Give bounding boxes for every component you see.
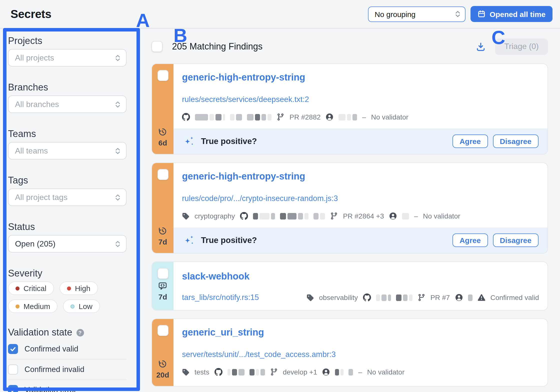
redacted-text xyxy=(402,213,409,219)
finding-content: slack-webhooktars_lib/src/notify.rs:15ob… xyxy=(174,262,548,310)
meta-text: – xyxy=(414,212,418,220)
agree-button[interactable]: Agree xyxy=(452,134,488,148)
severity-dot xyxy=(67,286,71,290)
severity-chip-high[interactable]: High xyxy=(60,282,98,295)
redacted-text xyxy=(314,213,325,219)
triage-button[interactable]: Triage (0) xyxy=(495,38,548,55)
redacted-text xyxy=(376,294,391,301)
finding-title-link[interactable]: slack-webhook xyxy=(182,271,250,282)
tags-select[interactable]: All project tags xyxy=(8,188,126,206)
github-icon xyxy=(214,368,222,376)
finding-title-link[interactable]: generic-high-entropy-string xyxy=(182,72,305,83)
teams-label: Teams xyxy=(8,128,126,140)
severity-chip-label: Medium xyxy=(24,302,50,310)
redacted-text xyxy=(396,294,412,301)
finding-checkbox[interactable] xyxy=(157,268,168,279)
finding-path-link[interactable]: rules/secrets/services/deepseek.txt:2 xyxy=(182,95,309,104)
redacted-text xyxy=(339,114,357,120)
severity-label: Severity xyxy=(8,268,126,279)
finding-content: generic-high-entropy-stringrules/secrets… xyxy=(174,64,548,154)
disagree-button[interactable]: Disagree xyxy=(493,234,538,247)
findings-main: 205 Matching Findings Triage (0) 6dgener… xyxy=(152,28,548,392)
finding-card: 7dgeneric-high-entropy-stringrules/code/… xyxy=(152,162,548,254)
download-icon xyxy=(476,41,486,52)
severity-stripe: 20d xyxy=(152,319,174,386)
validation-checkbox-1[interactable] xyxy=(8,344,18,354)
true-positive-question: True positive? xyxy=(201,236,257,245)
redacted-text xyxy=(280,213,308,219)
redacted-text xyxy=(230,114,242,120)
filter-tags: Tags All project tags xyxy=(8,175,126,206)
tag-icon xyxy=(306,294,314,301)
redacted-text xyxy=(253,213,275,219)
severity-chip-medium[interactable]: Medium xyxy=(8,300,58,313)
teams-select[interactable]: All teams xyxy=(8,142,126,160)
true-positive-prompt-bar: True positive?AgreeDisagree xyxy=(174,128,548,154)
severity-chip-low[interactable]: Low xyxy=(63,300,100,313)
finding-checkbox[interactable] xyxy=(157,70,168,81)
finding-checkbox[interactable] xyxy=(157,169,168,180)
severity-dot xyxy=(16,304,20,308)
meta-text: develop +1 xyxy=(283,368,317,376)
divider xyxy=(8,380,126,380)
finding-age: 7d xyxy=(158,282,168,301)
tags-label: Tags xyxy=(8,175,126,186)
meta-text: PR #7 xyxy=(430,294,450,302)
finding-path-link[interactable]: server/tests/unit/.../test_code_access.a… xyxy=(182,350,336,359)
meta-text: – xyxy=(358,368,362,376)
severity-dot xyxy=(71,304,75,308)
severity-chips-row1: CriticalHigh xyxy=(8,282,126,295)
branches-select[interactable]: All branches xyxy=(8,96,126,113)
warning-icon xyxy=(477,294,485,302)
finding-path-link[interactable]: tars_lib/src/notify.rs:15 xyxy=(182,293,259,302)
filters-sidebar: Projects All projects Branches All branc… xyxy=(8,36,126,392)
meta-text: PR #2882 xyxy=(290,113,321,121)
status-select[interactable]: Open (205) xyxy=(8,235,126,252)
page-title: Secrets xyxy=(10,7,51,21)
tag-icon xyxy=(182,368,190,376)
export-download-button[interactable] xyxy=(474,40,487,53)
meta-text: No validator xyxy=(423,212,460,220)
git-branch-icon xyxy=(418,294,426,302)
severity-chip-label: Low xyxy=(79,302,92,310)
finding-meta-row: observabilityPR #7Confirmed valid xyxy=(306,294,539,302)
help-icon[interactable]: ? xyxy=(76,329,84,336)
grouping-select[interactable]: No grouping xyxy=(368,6,466,22)
severity-stripe: 7d xyxy=(152,262,174,310)
finding-age-label: 6d xyxy=(158,138,167,147)
validation-option-label: Confirmed valid xyxy=(24,344,78,354)
github-icon xyxy=(240,212,248,220)
status-select-value: Open (205) xyxy=(15,239,115,248)
check-icon xyxy=(10,386,16,392)
finding-meta-row: PR #2882–No validator xyxy=(182,113,548,121)
findings-list: 6dgeneric-high-entropy-stringrules/secre… xyxy=(152,64,548,386)
check-icon xyxy=(10,346,16,352)
meta-text: cryptography xyxy=(194,212,235,220)
projects-label: Projects xyxy=(8,36,126,46)
projects-select[interactable]: All projects xyxy=(8,49,126,66)
history-icon xyxy=(158,360,168,369)
finding-path-meta-row: tars_lib/src/notify.rs:15observabilityPR… xyxy=(182,293,548,302)
tags-select-value: All project tags xyxy=(15,193,115,202)
finding-path-link[interactable]: rules/code/pro/.../crypto-insecure-rando… xyxy=(182,194,338,203)
agree-button[interactable]: Agree xyxy=(452,234,488,247)
select-all-checkbox[interactable] xyxy=(152,41,162,52)
chevron-updown-icon xyxy=(115,193,120,201)
meta-text: PR #2864 +3 xyxy=(343,212,384,220)
validation-checkbox-2[interactable] xyxy=(8,364,18,374)
true-positive-question: True positive? xyxy=(201,136,257,146)
finding-title-link[interactable]: generic_uri_string xyxy=(182,327,264,338)
ai-sparkle-icon xyxy=(184,136,194,147)
severity-chip-critical[interactable]: Critical xyxy=(8,282,54,295)
finding-title-link[interactable]: generic-high-entropy-string xyxy=(182,171,305,182)
github-icon xyxy=(363,294,371,302)
finding-card: 6dgeneric-high-entropy-stringrules/secre… xyxy=(152,64,548,154)
true-positive-prompt-bar: True positive?AgreeDisagree xyxy=(174,228,548,253)
finding-checkbox[interactable] xyxy=(157,325,168,336)
validation-checkbox-3[interactable] xyxy=(8,385,18,392)
disagree-button[interactable]: Disagree xyxy=(493,134,538,148)
redacted-text xyxy=(195,114,225,120)
validation-options-list: Confirmed validConfirmed invalidValidati… xyxy=(8,340,126,392)
validation-option-label: Validation error xyxy=(24,386,76,392)
opened-all-time-button[interactable]: Opened all time xyxy=(471,6,552,22)
